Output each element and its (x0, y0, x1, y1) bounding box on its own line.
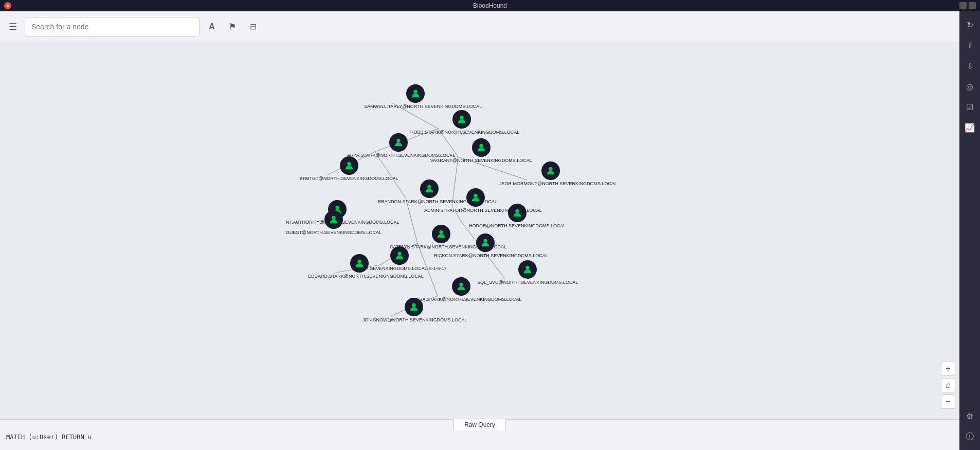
window-controls (959, 2, 976, 9)
svg-point-24 (516, 209, 519, 213)
node-label: GUEST@NORTH.SEVENKINGDOMS.LOCAL (286, 230, 382, 235)
node-circle (508, 204, 527, 222)
node-circle (541, 161, 560, 180)
node-circle (324, 210, 343, 229)
hamburger-button[interactable]: ☰ (5, 19, 21, 34)
zoom-out-button[interactable]: − (941, 394, 955, 409)
graph-node[interactable]: ARYA.STARK@NORTH.SEVENKINGDOMS.LOCAL (347, 133, 450, 158)
zoom-controls: + ⌂ − (941, 362, 955, 409)
node-label: JON.SNOW@NORTH.SEVENKINGDOMS.LOCAL (362, 317, 465, 322)
svg-point-18 (347, 162, 351, 166)
minimize-button[interactable] (959, 2, 967, 9)
raw-query-tab[interactable]: Raw Query (453, 419, 506, 430)
settings-button[interactable]: ⚙ (961, 408, 978, 424)
flag-button[interactable]: ⚑ (224, 19, 241, 35)
filter-button[interactable]: ⊟ (245, 19, 261, 35)
node-label: RICKON.STARK@NORTH.SEVENKINGDOMS.LOCAL (434, 253, 537, 258)
node-circle (406, 84, 425, 103)
svg-point-22 (335, 206, 339, 209)
info-button[interactable]: ⓘ (961, 428, 978, 445)
top-toolbar: ☰ A ⚑ ⊟ (0, 11, 959, 42)
svg-point-29 (526, 266, 530, 269)
node-circle (476, 233, 495, 252)
app-title: BloodHound (473, 2, 507, 9)
right-sidebar: ↻ ⇧ ⇩ ◎ ☑ 📈 ⚙ ⓘ (959, 11, 980, 450)
graph-node[interactable]: KRBTGT@NORTH.SEVENKINGDOMS.LOCAL (300, 156, 398, 181)
node-circle (452, 277, 470, 296)
node-circle (472, 138, 491, 157)
zoom-home-button[interactable]: ⌂ (941, 378, 955, 392)
svg-point-14 (413, 90, 417, 94)
node-circle (350, 254, 369, 273)
analytics-button[interactable]: 📈 (961, 119, 978, 136)
node-circle (452, 110, 471, 129)
titlebar: ✕ BloodHound (0, 0, 980, 11)
graph-node[interactable]: ROBB.STARK@NORTH.SEVENKINGDOMS.LOCAL (410, 110, 513, 135)
svg-point-15 (460, 116, 463, 119)
query-text: MATCH (u:User) RETURN u (6, 434, 92, 441)
flag-icon: ⚑ (229, 22, 236, 31)
svg-point-26 (483, 239, 487, 243)
checklist-button[interactable]: ☑ (961, 99, 978, 115)
target-button[interactable]: ◎ (961, 78, 978, 95)
download-button[interactable]: ⇩ (961, 58, 978, 74)
svg-point-30 (459, 283, 463, 286)
refresh-button[interactable]: ↻ (961, 16, 978, 33)
graph-node[interactable]: JEOR.MORMONT@NORTH.SEVENKINGDOMS.LOCAL (499, 161, 602, 186)
graph-node[interactable]: SAMWELL.TARLY@NORTH.SEVENKINGDOMS.LOCAL (364, 84, 467, 109)
svg-point-17 (396, 139, 400, 142)
search-input[interactable] (25, 17, 199, 37)
graph-node[interactable]: RICKON.STARK@NORTH.SEVENKINGDOMS.LOCAL (434, 233, 537, 258)
font-icon: A (209, 22, 215, 31)
bottom-query-bar: Raw Query MATCH (u:User) RETURN u (0, 419, 959, 450)
font-size-button[interactable]: A (204, 19, 220, 35)
node-circle (405, 298, 423, 316)
svg-point-23 (332, 216, 335, 220)
svg-point-21 (474, 194, 477, 197)
svg-point-19 (549, 167, 552, 171)
graph-node[interactable]: JON.SNOW@NORTH.SEVENKINGDOMS.LOCAL (362, 298, 465, 322)
graph-canvas[interactable]: SAMWELL.TARLY@NORTH.SEVENKINGDOMS.LOCAL … (0, 42, 959, 450)
query-input-bar[interactable]: MATCH (u:User) RETURN u (0, 430, 959, 444)
svg-point-31 (412, 303, 415, 307)
zoom-in-button[interactable]: + (941, 362, 955, 376)
svg-point-16 (479, 144, 483, 148)
maximize-button[interactable] (969, 2, 976, 9)
node-label: JEOR.MORMONT@NORTH.SEVENKINGDOMS.LOCAL (499, 181, 602, 186)
svg-point-28 (357, 260, 361, 263)
node-circle (389, 133, 408, 152)
close-button[interactable]: ✕ (4, 2, 11, 9)
graph-node[interactable]: EDDARD.STARK@NORTH.SEVENKINGDOMS.LOCAL (308, 254, 411, 279)
upload-button[interactable]: ⇧ (961, 37, 978, 53)
filter-icon: ⊟ (250, 22, 257, 31)
node-circle (518, 260, 537, 279)
node-label: EDDARD.STARK@NORTH.SEVENKINGDOMS.LOCAL (308, 274, 411, 279)
node-circle (340, 156, 358, 175)
node-label: SAMWELL.TARLY@NORTH.SEVENKINGDOMS.LOCAL (364, 104, 467, 109)
graph-node[interactable]: GUEST@NORTH.SEVENKINGDOMS.LOCAL (286, 210, 382, 235)
